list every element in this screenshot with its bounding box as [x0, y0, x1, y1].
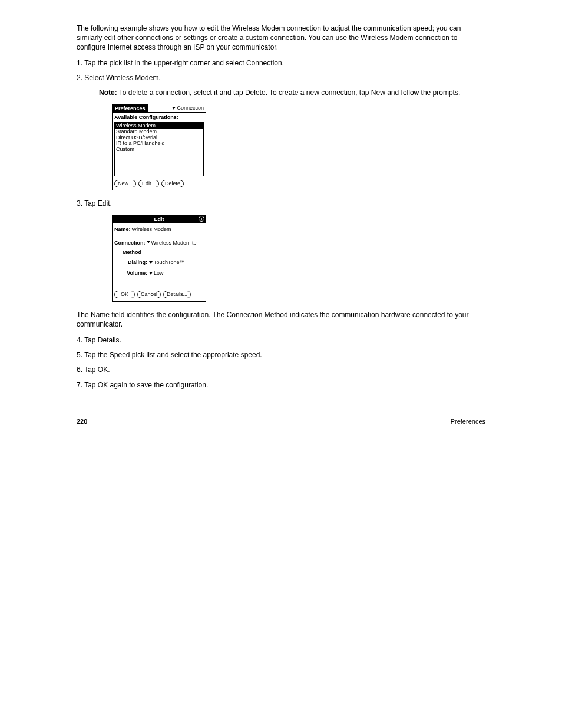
page-footer: 220 Preferences	[77, 414, 485, 425]
edit-dialog-screenshot: Edit i Name: Wireless Modem Connection: …	[112, 215, 206, 302]
list-item[interactable]: IR to a PC/Handheld	[115, 140, 203, 146]
list-item[interactable]: Direct USB/Serial	[115, 134, 203, 140]
ok-button[interactable]: OK	[114, 291, 135, 298]
dialog-title: Edit i	[113, 215, 206, 223]
titlebar-label: Preferences	[113, 104, 148, 112]
trailing-paragraph: The Name field identifies the configurat…	[77, 310, 485, 329]
dialog-title-text: Edit	[154, 216, 164, 222]
connection-field: Connection: Wireless Modem to	[114, 239, 204, 247]
details-button[interactable]: Details...	[163, 291, 191, 298]
button-row: OK Cancel Details...	[114, 291, 204, 300]
info-icon[interactable]: i	[199, 216, 204, 222]
dialing-value[interactable]: TouchTone™	[154, 259, 185, 266]
step-3: 3. Tap Edit.	[77, 199, 485, 209]
list-item[interactable]: Custom	[115, 146, 203, 152]
step-5: 5. Tap the Speed pick list and select th…	[77, 350, 485, 360]
name-field: Name: Wireless Modem	[114, 226, 204, 233]
category-picker[interactable]: Connection	[148, 104, 206, 112]
chevron-down-icon[interactable]	[147, 241, 150, 243]
button-row: New... Edit... Delete	[113, 178, 206, 190]
new-button[interactable]: New...	[114, 180, 136, 187]
step-list: 1. Tap the pick list in the upper-right …	[77, 58, 485, 391]
step-4: 4. Tap Details.	[77, 335, 485, 345]
category-value: Connection	[177, 104, 204, 112]
connection-value[interactable]: Wireless Modem to	[151, 239, 197, 247]
edit-button[interactable]: Edit...	[138, 180, 159, 187]
intro-paragraph: The following example shows you how to e…	[77, 24, 485, 52]
connection-label: Connection:	[114, 239, 146, 247]
dialog-body: Name: Wireless Modem Connection: Wireles…	[113, 223, 206, 301]
chevron-down-icon[interactable]	[149, 272, 153, 275]
dialing-label: Dialing:	[114, 259, 147, 266]
volume-label: Volume:	[114, 269, 147, 277]
titlebar: Edit i	[113, 215, 206, 223]
step-6: 6. Tap OK.	[77, 365, 485, 375]
delete-button[interactable]: Delete	[161, 180, 184, 187]
delete-note: Note: To delete a connection, select it …	[99, 88, 485, 97]
chevron-down-icon[interactable]	[149, 261, 153, 264]
method-label: Method	[123, 249, 204, 255]
name-label: Name:	[114, 226, 131, 233]
preferences-screenshot: Preferences Connection Available Configu…	[112, 104, 206, 190]
available-configs-label: Available Configurations:	[113, 113, 206, 122]
cancel-button[interactable]: Cancel	[137, 291, 161, 298]
document-page: The following example shows you how to e…	[0, 0, 562, 728]
step-7: 7. Tap OK again to save the configuratio…	[77, 380, 485, 390]
step-2: 2. Select Wireless Modem.	[77, 73, 485, 83]
titlebar: Preferences Connection	[113, 104, 206, 113]
note-prefix: Note:	[99, 88, 117, 97]
name-value[interactable]: Wireless Modem	[132, 226, 171, 233]
footer-section: Preferences	[451, 418, 485, 425]
page-number: 220	[77, 418, 87, 425]
configurations-list[interactable]: Wireless Modem Standard Modem Direct USB…	[114, 122, 204, 176]
dialing-field: Dialing: TouchTone™	[114, 259, 204, 266]
note-text: To delete a connection, select it and ta…	[119, 88, 460, 97]
chevron-down-icon	[172, 107, 176, 110]
list-item[interactable]: Standard Modem	[115, 129, 203, 134]
volume-value[interactable]: Low	[154, 269, 164, 277]
volume-field: Volume: Low	[114, 269, 204, 277]
step-1: 1. Tap the pick list in the upper-right …	[77, 58, 485, 68]
list-item[interactable]: Wireless Modem	[115, 123, 203, 129]
